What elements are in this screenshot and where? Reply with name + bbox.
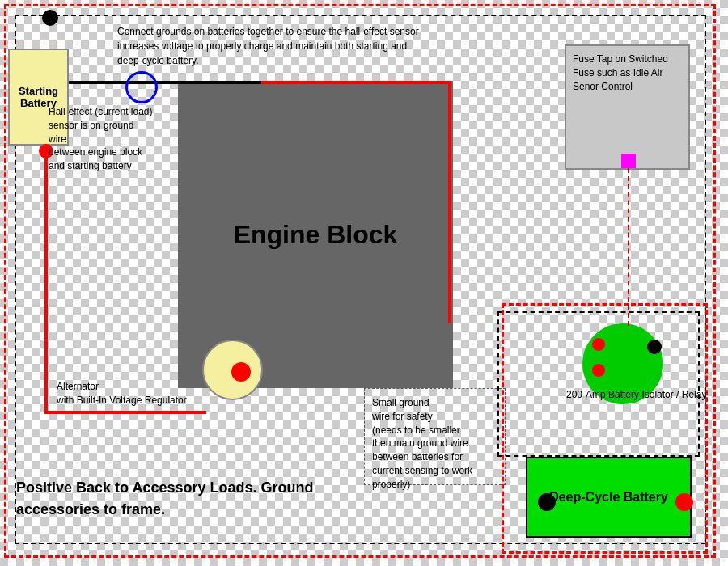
wire-battery-horizontal [69,81,263,84]
battery-positive-terminal [42,10,58,26]
fuse-tap-label: Fuse Tap on Switched Fuse such as Idle A… [566,46,688,99]
connect-grounds-text: Connect grounds on batteries together to… [117,24,425,68]
alternator-terminal [231,362,251,382]
wire-red-top-right [261,81,451,84]
isolator-label: 200-Amp Battery Isolator / Relay [566,388,706,402]
alternator-label: Alternatorwith Built-In Voltage Regulato… [57,380,187,408]
wire-red-right-vertical [448,81,451,323]
isolator-terminal-2 [592,364,605,377]
wire-red-vertical-left [44,147,48,414]
fuse-dotted-wire [628,168,629,326]
wire-red-bottom-horizontal [44,411,206,414]
engine-block-label: Engine Block [234,220,398,250]
deep-cycle-negative-terminal [538,493,556,511]
hall-sensor-label: Hall-effect (current load)sensor is on g… [49,105,154,173]
isolator-terminal-3 [647,340,662,354]
hall-effect-sensor [125,71,158,103]
ground-wire-label: Small groundwire for safety(needs to be … [372,396,472,492]
isolator-terminal-1 [592,338,605,351]
fuse-tap-box: Fuse Tap on Switched Fuse such as Idle A… [565,44,690,170]
wiring-diagram: Connect grounds on batteries together to… [0,0,728,566]
positive-back-label: Positive Back to Accessory Loads. Ground… [16,477,315,521]
deep-cycle-label: Deep-Cycle Battery [549,490,668,505]
deep-cycle-positive-terminal [675,493,693,511]
fuse-tap-component [621,154,636,168]
